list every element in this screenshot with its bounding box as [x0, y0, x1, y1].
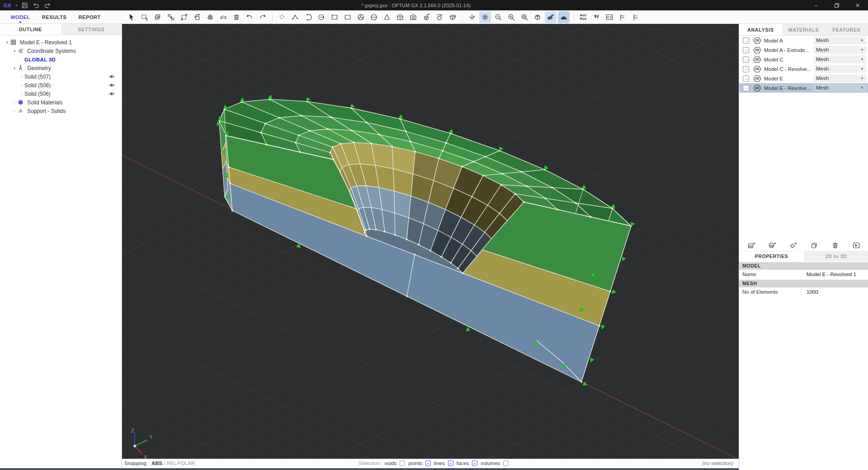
properties-tab-properties[interactable]: PROPERTIES: [739, 251, 804, 261]
open-model-button[interactable]: →: [743, 56, 749, 63]
chevron-right-icon[interactable]: ›: [19, 75, 24, 79]
zoom-out-button[interactable]: [492, 11, 504, 23]
tree-item-geometry[interactable]: ▾Geometry: [0, 64, 122, 72]
tree-item-coordinate-systems[interactable]: ▾Coordinate Systems: [0, 47, 122, 55]
scene-canvas[interactable]: ZYX: [122, 24, 739, 459]
sidebar-tab-outline[interactable]: OUTLINE: [0, 24, 61, 35]
minimize-button[interactable]: –: [806, 0, 826, 10]
prism-button[interactable]: [394, 11, 406, 23]
model-row-model-c-revolve[interactable]: →3DModel C - Revolve...Mesh▼: [739, 64, 868, 74]
model-stage-select[interactable]: Mesh▼: [814, 75, 866, 82]
model-row-model-e-revolve[interactable]: →3DModel E - Revolve...Mesh▼: [739, 83, 868, 93]
optum-logo-button[interactable]: [590, 11, 602, 23]
tree-item-support-solids[interactable]: ›Support - Solids: [0, 107, 122, 115]
sphere-button[interactable]: [355, 11, 367, 23]
extrude-button[interactable]: [420, 11, 432, 23]
panel-tab-materials[interactable]: MATERIALS: [782, 24, 825, 35]
mesh-generate-button[interactable]: [545, 11, 557, 23]
undo-icon[interactable]: [33, 2, 40, 9]
viewport-3d[interactable]: ZYX: [122, 24, 739, 459]
menu-tab-model[interactable]: MODEL: [11, 14, 30, 20]
visibility-eye-icon[interactable]: [108, 83, 115, 88]
transform-button[interactable]: [178, 11, 190, 23]
zoom-extents-button[interactable]: [519, 11, 530, 23]
model-row-model-a-extrude[interactable]: →3DModel A - Extrude...Mesh▼: [739, 45, 868, 55]
add-2d-model-button[interactable]: 2D: [745, 240, 757, 251]
snapping-toggle[interactable]: Snapping: [124, 461, 146, 466]
selection-filter-checkbox-volumes[interactable]: [503, 461, 509, 466]
close-button[interactable]: ✕: [847, 0, 868, 10]
abs-rel-toggle[interactable]: ABS / REL: [151, 461, 177, 466]
draw-points-button[interactable]: [276, 11, 288, 23]
move-button[interactable]: [165, 11, 177, 23]
open-model-button[interactable]: →: [743, 75, 749, 82]
sweep-button[interactable]: [217, 11, 229, 23]
selection-filter-checkbox-voids[interactable]: [400, 461, 405, 466]
open-model-button[interactable]: →: [743, 66, 749, 72]
redo-icon[interactable]: [44, 2, 51, 9]
run-button[interactable]: [850, 240, 862, 251]
cone-button[interactable]: [381, 11, 393, 23]
open-model-button[interactable]: →: [743, 47, 749, 53]
duplicate-button[interactable]: [808, 240, 820, 251]
support-fixed-button[interactable]: [617, 11, 628, 23]
chevron-right-icon[interactable]: ›: [19, 83, 24, 88]
chevron-right-icon[interactable]: ›: [12, 100, 17, 105]
orbit-button[interactable]: [466, 11, 478, 23]
model-row-model-a[interactable]: →2DModel AMesh▼: [739, 36, 868, 45]
panel-tab-features[interactable]: FEATURES: [825, 24, 868, 35]
visibility-eye-icon[interactable]: [108, 91, 115, 96]
zoom-in-button[interactable]: [505, 11, 517, 23]
sidebar-tab-settings[interactable]: SETTINGS: [61, 24, 122, 35]
au2rox-button[interactable]: Au2Rox: [577, 11, 589, 23]
mesh-shaded-button[interactable]: [558, 11, 570, 23]
select-region-button[interactable]: [139, 11, 151, 23]
app-menu-caret-icon[interactable]: ▾: [15, 3, 18, 8]
model-stage-select[interactable]: Mesh▼: [814, 84, 866, 92]
undo-button[interactable]: [244, 11, 255, 23]
add-node-button[interactable]: [788, 240, 799, 251]
draw-polyline-button[interactable]: [289, 11, 301, 23]
chevron-down-icon[interactable]: ▾: [12, 66, 17, 70]
menu-tab-results[interactable]: RESULTS: [42, 14, 67, 20]
tree-item-solid-507[interactable]: ›Solid (507): [0, 72, 122, 81]
chevron-down-icon[interactable]: ▾: [5, 40, 10, 45]
solid-box-button[interactable]: [447, 11, 458, 23]
tree-item-solid-508[interactable]: ›Solid (508): [0, 81, 122, 89]
wedge-button[interactable]: [407, 11, 419, 23]
visibility-eye-icon[interactable]: [108, 74, 115, 79]
tree-item-global-3d[interactable]: GLOBAL 3D: [0, 55, 122, 64]
delete-button[interactable]: [231, 11, 242, 23]
delete-button[interactable]: [830, 240, 841, 251]
draw-circle-button[interactable]: [316, 11, 327, 23]
save-icon[interactable]: [21, 2, 28, 9]
mirror-button[interactable]: [204, 11, 216, 23]
panel-tab-analysis[interactable]: ANALYSIS: [739, 24, 782, 35]
model-stage-select[interactable]: Mesh▼: [814, 46, 866, 54]
open-model-button[interactable]: →: [743, 85, 749, 91]
chevron-right-icon[interactable]: ›: [19, 92, 24, 96]
tree-item-solid-materials[interactable]: ›Solid Materials: [0, 98, 122, 107]
tree-item-model-e-revolved-1[interactable]: ▾Model E - Revolved 1: [0, 38, 122, 47]
selection-filter-checkbox-points[interactable]: ✓: [425, 461, 431, 466]
select-check-button[interactable]: [152, 11, 164, 23]
properties-tab-2d-to-3d[interactable]: 2D to 3D: [804, 251, 868, 261]
polar-toggle[interactable]: POLAR: [177, 461, 195, 466]
grid-button[interactable]: [479, 11, 491, 23]
restore-button[interactable]: [826, 0, 847, 10]
box-button[interactable]: [342, 11, 354, 23]
revolve-button[interactable]: [434, 11, 445, 23]
selection-filter-checkbox-faces[interactable]: ✓: [472, 461, 477, 466]
section-box-button[interactable]: [532, 11, 543, 23]
support-roller-button[interactable]: [630, 11, 642, 23]
selection-filter-checkbox-lines[interactable]: ✓: [448, 461, 453, 466]
chevron-down-icon[interactable]: ▾: [12, 49, 17, 53]
cylinder-button[interactable]: [368, 11, 380, 23]
draw-rectangle-button[interactable]: [329, 11, 340, 23]
model-stage-select[interactable]: Mesh▼: [814, 65, 866, 73]
tree-item-solid-506[interactable]: ›Solid (506): [0, 89, 122, 98]
menu-tab-report[interactable]: REPORT: [78, 14, 100, 20]
model-row-model-c[interactable]: →2DModel CMesh▼: [739, 55, 868, 64]
add-3d-model-button[interactable]: 3D: [766, 240, 778, 251]
property-value[interactable]: 1000: [805, 289, 868, 295]
